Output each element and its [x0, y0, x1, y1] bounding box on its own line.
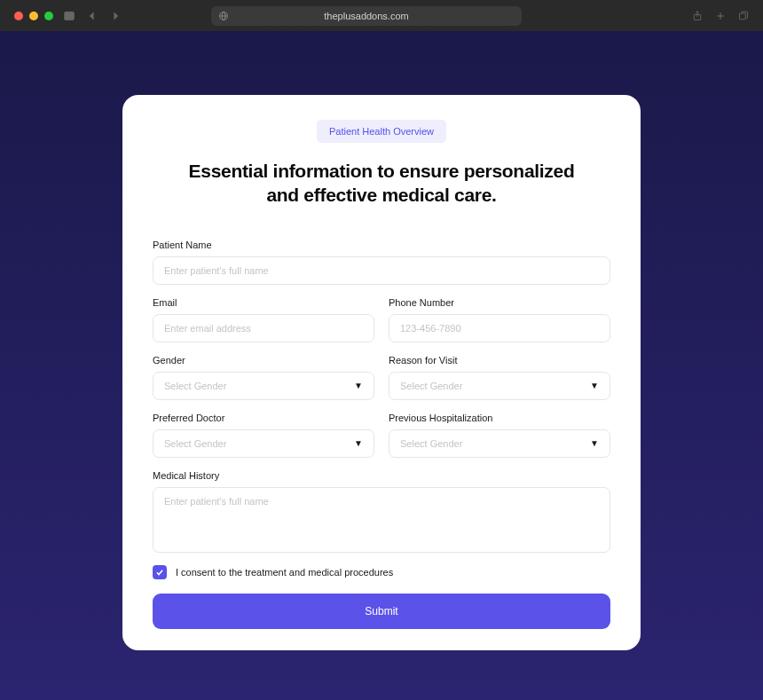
- doctor-label: Preferred Doctor: [153, 413, 374, 423]
- nav-icons-left: [64, 11, 121, 21]
- url-bar[interactable]: theplusaddons.com: [211, 6, 522, 26]
- chevron-down-icon: ▼: [590, 438, 599, 448]
- history-label: Medical History: [153, 470, 610, 481]
- history-textarea[interactable]: [153, 487, 610, 553]
- browser-toolbar: theplusaddons.com: [0, 0, 763, 31]
- form-headline: Essential information to ensure personal…: [153, 159, 610, 208]
- gender-label: Gender: [153, 355, 374, 366]
- gender-select[interactable]: Select Gender ▼: [153, 372, 374, 400]
- patient-name-group: Patient Name: [153, 240, 610, 285]
- share-icon[interactable]: [692, 11, 703, 21]
- doctor-select[interactable]: Select Gender ▼: [153, 429, 374, 458]
- phone-input[interactable]: [389, 314, 610, 342]
- hospitalization-group: Previous Hospitalization Select Gender ▼: [389, 413, 610, 458]
- chevron-down-icon: ▼: [354, 438, 363, 448]
- back-icon[interactable]: [87, 11, 98, 21]
- chevron-down-icon: ▼: [354, 381, 363, 390]
- reason-select[interactable]: Select Gender ▼: [389, 372, 610, 400]
- maximize-window-button[interactable]: [44, 12, 53, 20]
- url-text: theplusaddons.com: [324, 11, 408, 21]
- patient-name-label: Patient Name: [153, 240, 610, 250]
- tabs-icon[interactable]: [738, 11, 749, 21]
- phone-label: Phone Number: [389, 297, 610, 308]
- form-badge: Patient Health Overview: [317, 120, 446, 143]
- doctor-select-placeholder: Select Gender: [164, 438, 226, 449]
- email-label: Email: [153, 297, 374, 308]
- reason-select-placeholder: Select Gender: [400, 381, 462, 391]
- globe-icon: [218, 11, 229, 21]
- hospitalization-label: Previous Hospitalization: [389, 413, 610, 423]
- email-group: Email: [153, 297, 374, 342]
- consent-row: I consent to the treatment and medical p…: [153, 565, 610, 579]
- svg-rect-0: [65, 12, 75, 20]
- svg-rect-9: [740, 13, 746, 20]
- minimize-window-button[interactable]: [29, 12, 38, 20]
- page-content: Patient Health Overview Essential inform…: [0, 31, 763, 650]
- history-group: Medical History: [153, 470, 610, 553]
- phone-group: Phone Number: [389, 297, 610, 342]
- sidebar-icon[interactable]: [64, 11, 75, 21]
- patient-name-input[interactable]: [153, 256, 610, 285]
- doctor-group: Preferred Doctor Select Gender ▼: [153, 413, 374, 458]
- new-tab-icon[interactable]: [715, 11, 726, 21]
- close-window-button[interactable]: [14, 12, 23, 20]
- hospitalization-select[interactable]: Select Gender ▼: [389, 429, 610, 458]
- check-icon: [155, 568, 164, 577]
- forward-icon[interactable]: [110, 11, 121, 21]
- nav-icons-right: [692, 11, 749, 21]
- reason-group: Reason for Visit Select Gender ▼: [389, 355, 610, 400]
- consent-text: I consent to the treatment and medical p…: [176, 567, 393, 578]
- gender-select-placeholder: Select Gender: [164, 381, 226, 391]
- chevron-down-icon: ▼: [590, 381, 599, 390]
- consent-checkbox[interactable]: [153, 565, 167, 579]
- window-controls: [14, 12, 53, 20]
- email-input[interactable]: [153, 314, 374, 342]
- form-card: Patient Health Overview Essential inform…: [122, 95, 641, 650]
- reason-label: Reason for Visit: [389, 355, 610, 366]
- submit-button[interactable]: Submit: [153, 594, 610, 629]
- gender-group: Gender Select Gender ▼: [153, 355, 374, 400]
- hospitalization-select-placeholder: Select Gender: [400, 438, 462, 449]
